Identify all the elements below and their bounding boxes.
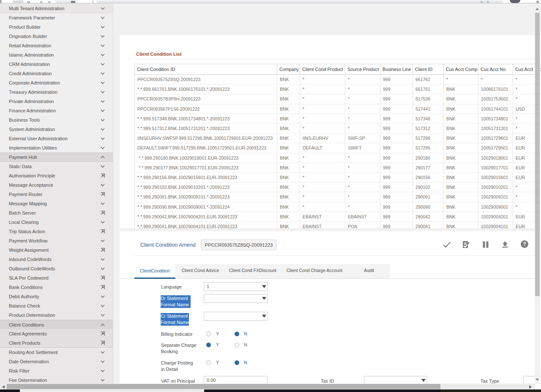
- svg-text:?: ?: [523, 241, 526, 247]
